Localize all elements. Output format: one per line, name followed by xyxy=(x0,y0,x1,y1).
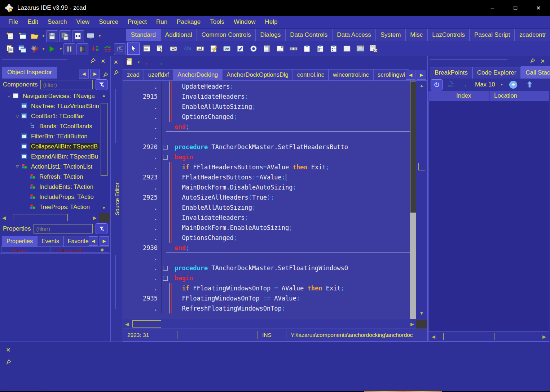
editor-hscroll-thumb[interactable] xyxy=(132,320,161,328)
tree-item-includeents[interactable]: IncludeEnts: TAction xyxy=(0,182,110,192)
tree-vscroll-thumb[interactable] xyxy=(101,103,107,176)
line-number[interactable]: 2930 xyxy=(123,243,162,253)
menu-search[interactable]: Search xyxy=(43,17,72,27)
component-panel-icon[interactable] xyxy=(341,43,353,55)
line-number[interactable]: 2923 xyxy=(123,172,162,182)
line-number[interactable]: . xyxy=(123,182,162,192)
properties-tab-properties[interactable]: Properties xyxy=(2,236,37,246)
tree-item-filterbtn[interactable]: FilterBtn: TEditButton xyxy=(0,131,110,141)
code-line[interactable]: 2923 FFlatHeadersButtons:=AValue; xyxy=(123,172,410,182)
line-number[interactable]: . xyxy=(123,283,162,293)
component-button-icon[interactable]: Ok xyxy=(167,43,180,55)
debug-tab-breakpoints[interactable]: BreakPoints xyxy=(430,67,472,79)
column-index[interactable]: Index xyxy=(451,91,490,101)
component-popupmenu-icon[interactable] xyxy=(154,43,166,55)
editor-vscrollbar[interactable] xyxy=(410,81,416,319)
pin-icon[interactable] xyxy=(90,58,96,64)
messages-panel-body[interactable] xyxy=(17,342,550,391)
line-number[interactable]: . xyxy=(123,162,162,172)
code-line[interactable]: 2920procedure TAnchorDockMaster.SetFlatH… xyxy=(123,142,410,152)
palette-tab-standard[interactable]: Standard xyxy=(126,29,160,41)
component-combobox-icon[interactable] xyxy=(274,43,286,55)
palette-tab-data-controls[interactable]: Data Controls xyxy=(285,29,332,41)
scroll-position-box[interactable] xyxy=(418,163,425,170)
menu-file[interactable]: File xyxy=(4,17,23,27)
scroll-left-icon[interactable]: ◀ xyxy=(2,215,6,220)
debug-dock-grip[interactable] xyxy=(430,59,507,62)
code-line[interactable]: .begin xyxy=(123,152,410,162)
jump-forward-icon[interactable]: → xyxy=(156,59,164,66)
editor-tab-uzeffdxf[interactable]: uzeffdxf xyxy=(144,69,173,80)
splitter-grip-bottom[interactable] xyxy=(115,255,118,309)
editor-tab-wincontrol-inc[interactable]: wincontrol.inc xyxy=(329,69,373,80)
line-number[interactable]: . xyxy=(123,202,162,213)
scroll-right-icon[interactable]: ▶ xyxy=(93,215,97,220)
line-number[interactable]: . xyxy=(123,303,162,313)
max-depth-label[interactable]: Max 10 xyxy=(475,81,495,88)
code-line[interactable]: . EnableAllAutoSizing; xyxy=(123,202,410,213)
view-units-icon[interactable] xyxy=(4,44,16,55)
component-scrollbar-icon[interactable] xyxy=(287,43,300,55)
debug-pin-icon[interactable] xyxy=(530,58,535,64)
palette-tab-pascal-script[interactable]: Pascal Script xyxy=(470,29,515,41)
fold-marker-icon[interactable] xyxy=(162,142,170,152)
palette-tab-misc[interactable]: Misc xyxy=(405,29,427,41)
object-inspector-title[interactable]: Object Inspector xyxy=(2,67,57,79)
max-depth-dropdown-icon[interactable]: ▼ xyxy=(500,83,503,86)
palette-tab-lazcontrols[interactable]: LazControls xyxy=(427,29,470,41)
tree-item-bands[interactable]: Bands: TCoolBands xyxy=(0,121,110,131)
component-checkbox-icon[interactable] xyxy=(234,43,246,55)
component-checkgroup-icon[interactable] xyxy=(327,43,340,55)
menu-source[interactable]: Source xyxy=(94,17,123,27)
component-radiobutton-icon[interactable] xyxy=(247,43,260,55)
properties-scroll-right-icon[interactable]: ▶ xyxy=(100,236,109,246)
code-line[interactable]: . EnableAllAutoSizing; xyxy=(123,102,410,112)
close-icon[interactable]: ✕ xyxy=(101,58,105,64)
show-current-icon[interactable] xyxy=(447,80,456,89)
new-form-icon[interactable] xyxy=(17,31,28,42)
code-line[interactable]: . MainDockForm.EnableAutoSizing; xyxy=(123,223,410,233)
editor-scroll-left-icon[interactable]: ◀ xyxy=(125,321,129,327)
menu-project[interactable]: Project xyxy=(123,17,151,27)
tree-item-refresh[interactable]: Refresh: TAction xyxy=(0,172,110,182)
editor-hscroll-track[interactable] xyxy=(131,320,408,328)
splitter-close-icon[interactable]: ✕ xyxy=(114,59,118,66)
menu-view[interactable]: View xyxy=(72,17,94,27)
code-line[interactable]: . UpdateHeaders; xyxy=(123,81,410,92)
source-editor-splitter[interactable]: ✕ Source Editor xyxy=(111,56,123,342)
tree-item-collapseallbtn[interactable]: CollapseAllBtn: TSpeedB xyxy=(0,141,110,151)
sort-diamond-icon[interactable]: ◆ xyxy=(100,247,104,252)
component-frame-icon[interactable] xyxy=(354,43,366,55)
column-marker[interactable] xyxy=(428,91,451,101)
code-line[interactable]: 2935 FFloatingWindowsOnTop := AValue; xyxy=(123,293,410,303)
component-actionlist-icon[interactable]: Ok xyxy=(368,43,380,55)
column-location[interactable]: Location xyxy=(490,92,549,99)
editor-tab-zcad[interactable]: zcad xyxy=(123,69,144,80)
show-units-icon[interactable] xyxy=(85,31,96,42)
menu-edit[interactable]: Edit xyxy=(23,17,43,27)
oi-forward-icon[interactable]: ▶ xyxy=(90,69,100,79)
messages-grip[interactable] xyxy=(7,372,10,388)
tree-scroll-down-icon[interactable]: ▼ xyxy=(100,205,108,210)
show-units-dropdown-icon[interactable]: ▼ xyxy=(98,34,101,38)
tree-item-navtree[interactable]: NavTree: TLazVirtualStrin xyxy=(0,101,110,111)
component-edit-icon[interactable]: ab xyxy=(194,43,206,55)
component-listbox-icon[interactable] xyxy=(261,43,273,55)
palette-tab-common-controls[interactable]: Common Controls xyxy=(197,29,256,41)
tree-item-coolbar1[interactable]: ▽CoolBar1: TCoolBar xyxy=(0,111,110,121)
open-icon[interactable] xyxy=(29,31,40,42)
line-number[interactable]: . xyxy=(123,102,162,112)
code-line[interactable]: . if FFlatHeadersButtons=AValue then Exi… xyxy=(123,162,410,172)
component-label-icon[interactable]: Abc xyxy=(181,43,193,55)
palette-tab-dialogs[interactable]: Dialogs xyxy=(256,29,286,41)
line-number[interactable]: . xyxy=(123,223,162,233)
line-number[interactable]: . xyxy=(123,233,162,243)
splitter-grip[interactable] xyxy=(115,89,118,143)
palette-tab-additional[interactable]: Additional xyxy=(160,29,197,41)
component-cursor-icon[interactable] xyxy=(127,43,140,55)
line-number[interactable]: . xyxy=(123,112,162,122)
tree-item-treeprops[interactable]: TreeProps: TAction xyxy=(0,202,110,212)
code-line[interactable]: .begin xyxy=(123,273,410,283)
code-area[interactable]: . UpdateHeaders;2915 InvalidateHeaders;.… xyxy=(123,81,410,319)
save-swap-icon[interactable] xyxy=(72,30,84,42)
